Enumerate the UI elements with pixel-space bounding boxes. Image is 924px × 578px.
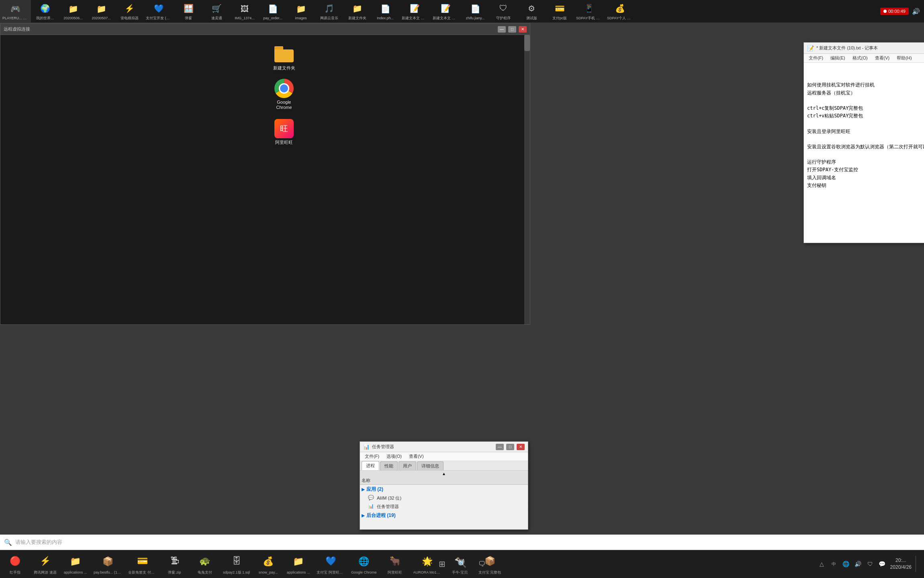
taskbar-top-item[interactable]: ⚙ 测试版: [517, 0, 546, 23]
taskmgr-name: 任务管理器: [377, 504, 526, 510]
chrome-icon: [274, 79, 294, 98]
taskbar-item-label: 支付宝开发 (打开): [146, 16, 172, 21]
taskbar-top-item[interactable]: 📝 新建文本文 件.txt: [399, 0, 430, 23]
notepad-line: [807, 120, 924, 127]
taskbar-top-item[interactable]: 📁 新建文件夹: [343, 0, 371, 23]
taskbar-item-icon: 📄: [266, 2, 279, 15]
notepad-menu-file[interactable]: 文件(F): [805, 54, 826, 62]
volume-icon[interactable]: 🔊: [912, 8, 920, 15]
tray-ime-icon[interactable]: 中: [830, 560, 838, 568]
remote-desktop-content: 新建文件夹 GoogleChrome 旺 阿里旺旺: [0, 35, 530, 324]
desktop-icon-alimail[interactable]: 旺 阿里旺旺: [270, 117, 298, 147]
notepad-menu-view[interactable]: 查看(V): [872, 54, 893, 62]
tray-network-icon[interactable]: 🌐: [842, 560, 850, 568]
search-bar-icon: 🔍: [4, 539, 12, 546]
system-clock[interactable]: 20:... 2020/4/26: [890, 557, 912, 571]
taskbar-bottom-item[interactable]: 📁 applications ...: [60, 550, 90, 578]
taskbar-bottom-item[interactable]: 🗜 弹窗.zip: [159, 550, 190, 578]
taskbar-item-label: Index.ph...: [377, 16, 394, 20]
taskbar-top-item[interactable]: 💰 SDPAY个人 支付平台: [605, 0, 636, 23]
taskbar-bottom-item[interactable]: 📦 pay.bestfu... (1).tar.gz: [90, 550, 125, 578]
taskbar-top-item[interactable]: 🎮 PLAYERU... BATTLEFI...: [0, 0, 31, 23]
taskbar-top-item[interactable]: 📁 images: [287, 0, 315, 23]
taskbar-top-item[interactable]: 📱 SDPAY手机 版量+播...: [574, 0, 605, 23]
taskbar-top-item[interactable]: 📁 20200506...: [59, 0, 87, 23]
maximize-button[interactable]: □: [508, 26, 516, 33]
notepad-titlebar: 📝 * 新建文本文件 (10).txt - 记事本 — □ ✕: [804, 43, 924, 54]
notepad-line: [807, 220, 924, 228]
task-manager-tabs: 进程 性能 用户 详细信息: [360, 461, 528, 471]
tray-notification-icon[interactable]: △: [818, 560, 826, 568]
remote-scrollbar[interactable]: [524, 35, 530, 324]
top-right-area: 00:00:49 🔊: [880, 0, 924, 23]
taskbar-bottom-item[interactable]: 📁 applications ...: [283, 550, 313, 578]
taskbar-top-item[interactable]: 🛒 速卖通: [202, 0, 231, 23]
taskbar-bottom-item[interactable]: 🔴 红手指: [0, 550, 30, 578]
taskbar-bottom-item[interactable]: ⚡ 腾讯网游 速器: [30, 550, 60, 578]
tm-item-taskmgr[interactable]: 📊 任务管理器: [360, 502, 528, 511]
notepad-menu-format[interactable]: 格式(O): [849, 54, 871, 62]
notepad-line: 安装且设置谷歌浏览器为默认浏览器（第二次打开就可以看到设置）: [807, 143, 924, 151]
taskbar-bottom-label: applications ...: [64, 570, 87, 574]
tm-scroll-up[interactable]: ▲: [360, 471, 528, 477]
show-desktop-button[interactable]: [916, 556, 918, 572]
win-start-button[interactable]: ⊞: [433, 555, 451, 573]
taskbar-top-item[interactable]: 🖼 IMG_1374...: [231, 0, 259, 23]
tray-volume-icon[interactable]: 🔊: [854, 560, 862, 568]
taskbar-top-item[interactable]: 📄 Index.ph...: [371, 0, 399, 23]
notepad-line: [807, 189, 924, 197]
tm-maximize[interactable]: □: [506, 444, 514, 450]
taskbar-bottom-item[interactable]: 💰 snow_pay...: [253, 550, 283, 578]
taskbar-bottom-icon: 🌐: [356, 554, 372, 569]
notepad-menu-edit[interactable]: 编辑(E): [827, 54, 848, 62]
record-button[interactable]: 00:00:49: [880, 8, 909, 15]
notepad-menu-help[interactable]: 帮助(H): [893, 54, 915, 62]
taskbar-bottom-item[interactable]: 🐂 阿里旺旺: [380, 550, 410, 578]
taskbar-top-item[interactable]: 💙 支付宝开发 (打开): [143, 0, 174, 23]
taskbar-item-icon: 💙: [153, 2, 166, 15]
win-chat-button[interactable]: 🗨: [473, 555, 491, 573]
notepad-content[interactable]: 如何使用挂机宝对软件进行挂机远程服务器（挂机宝） ctrl+c复制SDPAY完整…: [804, 63, 924, 243]
taskbar-top-item[interactable]: 📄 pay_order...: [259, 0, 287, 23]
tm-tab-performance[interactable]: 性能: [380, 461, 398, 470]
taskbar-bottom-item[interactable]: 🗄 sdpay2.1版 1.sql: [220, 550, 253, 578]
tm-menu-view[interactable]: 查看(V): [406, 453, 427, 460]
notepad-line: [807, 151, 924, 158]
tm-close[interactable]: ✕: [517, 444, 525, 450]
taskbar-bottom-item[interactable]: 💳 全新免签支 付系统: [125, 550, 159, 578]
tray-security-icon[interactable]: 🛡: [866, 560, 874, 568]
win-search-button[interactable]: 🔍: [453, 555, 471, 573]
desktop-icon-folder[interactable]: 新建文件夹: [270, 43, 298, 72]
remote-window-titlebar: 远程虚拟连接 — □ ✕: [0, 24, 530, 35]
taskbar-top-item[interactable]: 🌍 我的世界...: [31, 0, 59, 23]
notepad-title: * 新建文本文件 (10).txt - 记事本: [816, 45, 878, 51]
tm-menu-options[interactable]: 选项(O): [383, 453, 405, 460]
taskbar-top-item[interactable]: 📄 zhifu.jiany...: [461, 0, 489, 23]
tm-column-headers: 名称: [360, 477, 528, 485]
tm-item-aliim[interactable]: 💬 AliIM (32 位): [360, 494, 528, 502]
taskbar-top-item[interactable]: 🪟 弹窗: [174, 0, 202, 23]
taskbar-bottom-item[interactable]: 💙 支付宝 阿里旺旺+...: [313, 550, 348, 578]
taskbar-item-icon: 💳: [553, 2, 566, 15]
close-button[interactable]: ✕: [519, 26, 527, 33]
tm-tab-process[interactable]: 进程: [362, 461, 379, 470]
desktop-icon-chrome[interactable]: GoogleChrome: [270, 77, 298, 112]
task-manager-controls: — □ ✕: [496, 444, 525, 450]
taskbar-top-item[interactable]: ⚡ 雷电模拟器: [115, 0, 143, 23]
tm-group-bg[interactable]: ▶ 后台进程 (19): [360, 511, 528, 520]
tm-menu-file[interactable]: 文件(F): [362, 453, 382, 460]
tm-minimize[interactable]: —: [496, 444, 504, 450]
tm-tab-users[interactable]: 用户: [399, 461, 416, 470]
taskbar-bottom-item[interactable]: 🌐 Google Chrome: [348, 550, 380, 578]
taskbar-item-label: 速卖通: [211, 16, 222, 21]
taskbar-top-item[interactable]: 📁 20200507...: [87, 0, 115, 23]
minimize-button[interactable]: —: [498, 26, 506, 33]
taskbar-bottom-item[interactable]: 🐢 龟兔支付: [190, 550, 220, 578]
tm-group-apps[interactable]: ▶ 应用 (2): [360, 485, 528, 494]
tm-tab-details[interactable]: 详细信息: [417, 461, 444, 470]
taskbar-top-item[interactable]: 📝 新建文本文 件.txt: [430, 0, 461, 23]
taskbar-top-item[interactable]: 🎵 网易云音乐: [315, 0, 343, 23]
taskbar-top-item[interactable]: 💳 支付pc版: [546, 0, 574, 23]
taskbar-top-item[interactable]: 🛡 守护程序: [489, 0, 517, 23]
tray-qq-icon[interactable]: 💬: [878, 560, 886, 568]
